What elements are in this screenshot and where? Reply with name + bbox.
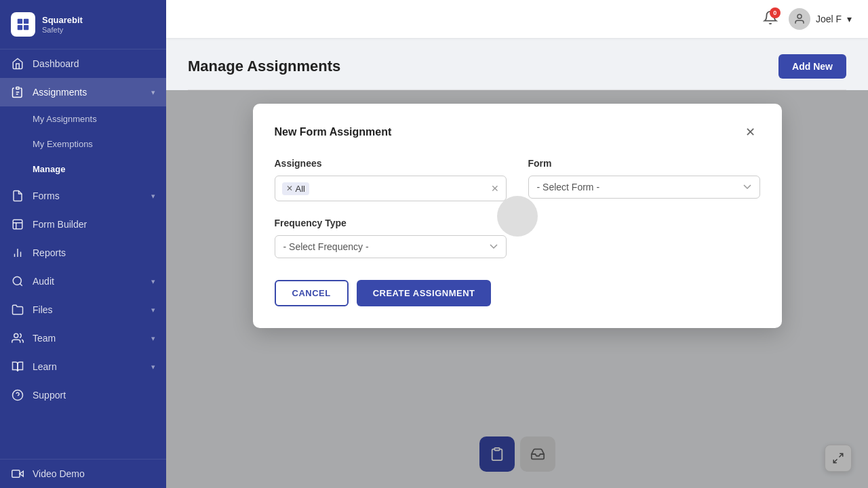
sidebar-item-files[interactable]: Files ▾ [0, 296, 166, 324]
sidebar-item-label: My Exemptions [33, 139, 93, 149]
sidebar-item-support[interactable]: Support [0, 381, 166, 409]
chevron-down-icon: ▾ [151, 88, 155, 97]
notification-count: 0 [770, 7, 781, 18]
svg-rect-0 [18, 19, 22, 24]
dialog-actions: CANCEL CREATE ASSIGNMENT [275, 280, 760, 306]
sidebar-item-video-demo[interactable]: Video Demo [0, 460, 166, 488]
assignees-input[interactable]: ✕ All ✕ [275, 176, 507, 201]
avatar [789, 8, 810, 30]
home-icon [11, 57, 24, 70]
user-menu[interactable]: Joel F ▾ [789, 8, 852, 30]
tag-clear-icon[interactable]: ✕ [491, 183, 499, 194]
svg-rect-1 [24, 19, 28, 24]
tag-remove-icon[interactable]: ✕ [286, 184, 293, 193]
logo: Squarebit Safety [0, 0, 166, 49]
sidebar-item-label: Team [33, 333, 56, 344]
svg-rect-2 [18, 25, 22, 30]
dialog-body: Assignees ✕ All ✕ Frequency Type [275, 158, 760, 258]
forms-icon [11, 189, 24, 203]
main-content: 0 Joel F ▾ Manage Assignments Add New Ne… [166, 0, 868, 488]
svg-point-15 [14, 333, 18, 338]
chevron-down-icon: ▾ [151, 306, 155, 314]
sidebar-item-label: My Assignments [33, 114, 97, 124]
sidebar-item-label: Form Builder [33, 219, 87, 230]
sidebar-item-label: Manage [33, 164, 65, 174]
sidebar-item-label: Learn [33, 361, 57, 372]
sidebar-item-label: Files [33, 304, 53, 315]
sidebar-item-assignments[interactable]: Assignments ▾ [0, 78, 166, 106]
dialog-col-form: Form - Select Form - [528, 158, 760, 258]
sidebar-item-dashboard[interactable]: Dashboard [0, 49, 166, 78]
sidebar-item-manage[interactable]: Manage [0, 157, 166, 182]
sidebar-item-label: Reports [33, 247, 66, 258]
chevron-down-icon: ▾ [151, 192, 155, 201]
form-label: Form [528, 158, 760, 169]
svg-rect-7 [13, 220, 22, 229]
user-name: Joel F [816, 14, 842, 24]
sidebar: Squarebit Safety Dashboard Assignments ▾… [0, 0, 166, 488]
chevron-down-icon: ▾ [151, 334, 155, 343]
assignees-tag: ✕ All [282, 182, 309, 195]
brand-name: Squarebit [42, 15, 83, 26]
sidebar-item-form-builder[interactable]: Form Builder [0, 210, 166, 239]
page-title: Manage Assignments [188, 58, 340, 75]
files-icon [11, 303, 24, 317]
sidebar-item-forms[interactable]: Forms ▾ [0, 182, 166, 210]
sidebar-item-label: Forms [33, 190, 60, 201]
notification-bell[interactable]: 0 [763, 10, 778, 28]
svg-point-20 [797, 14, 802, 18]
support-icon [11, 388, 24, 402]
page-header: Manage Assignments Add New [166, 38, 868, 89]
topbar: 0 Joel F ▾ [166, 0, 868, 38]
sidebar-item-label: Assignments [33, 87, 87, 98]
create-assignment-button[interactable]: CREATE ASSIGNMENT [357, 280, 492, 306]
sidebar-item-label: Audit [33, 276, 54, 287]
sidebar-item-label: Video Demo [33, 468, 85, 479]
svg-point-13 [13, 277, 21, 285]
sidebar-bottom: Video Demo [0, 459, 166, 488]
dialog-col-assignees: Assignees ✕ All ✕ Frequency Type [275, 158, 507, 258]
svg-rect-4 [16, 87, 20, 89]
sidebar-item-label: Support [33, 390, 66, 401]
dialog-close-button[interactable]: ✕ [741, 123, 760, 142]
form-builder-icon [11, 218, 24, 231]
sidebar-item-audit[interactable]: Audit ▾ [0, 267, 166, 296]
frequency-section: Frequency Type - Select Frequency -Daily… [275, 218, 507, 258]
user-chevron-icon: ▾ [847, 14, 852, 24]
new-form-assignment-dialog: New Form Assignment ✕ Assignees ✕ All [253, 104, 782, 328]
cancel-button[interactable]: CANCEL [275, 280, 349, 306]
chevron-down-icon: ▾ [151, 363, 155, 371]
form-select[interactable]: - Select Form - [528, 176, 760, 199]
svg-rect-3 [24, 25, 28, 30]
modal-overlay: New Form Assignment ✕ Assignees ✕ All [166, 90, 868, 488]
video-icon [11, 467, 24, 481]
reports-icon [11, 246, 24, 260]
frequency-select[interactable]: - Select Frequency -DailyWeeklyMonthlyYe… [275, 235, 507, 258]
add-new-button[interactable]: Add New [778, 54, 846, 79]
svg-marker-18 [20, 471, 23, 476]
dialog-title: New Form Assignment [275, 126, 392, 138]
svg-rect-19 [12, 470, 20, 478]
learn-icon [11, 360, 24, 373]
sidebar-item-my-assignments[interactable]: My Assignments [0, 106, 166, 131]
team-icon [11, 331, 24, 345]
svg-line-14 [20, 283, 22, 285]
frequency-label: Frequency Type [275, 218, 507, 228]
sidebar-item-learn[interactable]: Learn ▾ [0, 352, 166, 381]
sidebar-item-my-exemptions[interactable]: My Exemptions [0, 131, 166, 157]
logo-icon [11, 12, 35, 37]
assignees-label: Assignees [275, 158, 507, 169]
assignees-text-input[interactable] [313, 183, 487, 194]
assignments-icon [11, 85, 24, 99]
brand-subtitle: Safety [42, 26, 83, 34]
chevron-down-icon: ▾ [151, 277, 155, 286]
dialog-header: New Form Assignment ✕ [275, 123, 760, 142]
content-area: New Form Assignment ✕ Assignees ✕ All [166, 90, 868, 488]
sidebar-item-reports[interactable]: Reports [0, 239, 166, 267]
audit-icon [11, 274, 24, 288]
sidebar-item-team[interactable]: Team ▾ [0, 324, 166, 352]
sidebar-item-label: Dashboard [33, 58, 79, 69]
